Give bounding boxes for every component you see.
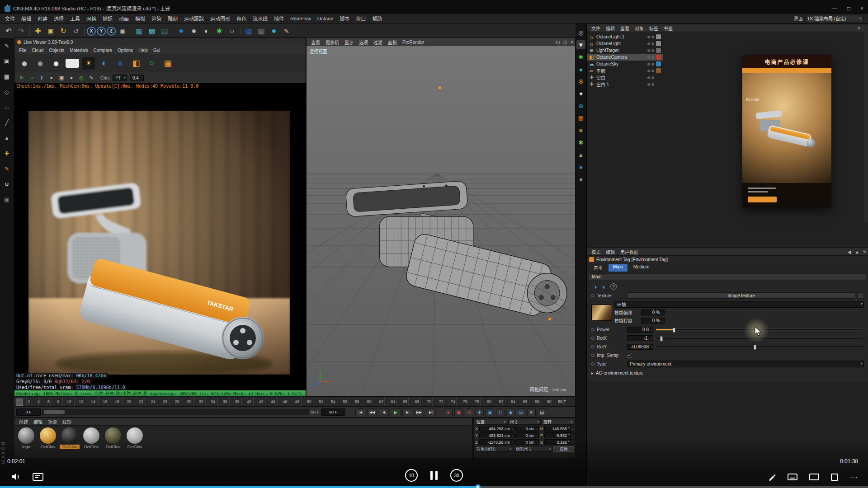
live-viewer-menu-item[interactable]: Objects	[46, 47, 67, 53]
attribute-menu-item[interactable]: 用户数据	[618, 248, 641, 256]
waffle-grid-icon[interactable]: ▦	[576, 113, 585, 122]
object-row[interactable]: ☼ OctaneLight.1	[587, 33, 663, 40]
render-start-icon[interactable]: ●	[18, 57, 31, 70]
render-queue-icon[interactable]: ▤	[159, 25, 170, 37]
gray-sphere-icon[interactable]: ●	[576, 174, 585, 183]
rotx-field[interactable]: -1.	[627, 335, 653, 341]
object-menu-item[interactable]: 标签	[646, 24, 661, 32]
environment-type-select[interactable]: Primary environment	[627, 361, 864, 367]
coord-system-icon[interactable]: ◉	[117, 25, 128, 37]
menu-item[interactable]: 文件	[2, 14, 18, 23]
menu-item[interactable]: 捕捉	[99, 14, 116, 23]
goto-start-button[interactable]: |◀	[355, 408, 365, 416]
model-mode-icon[interactable]: ▣	[2, 56, 12, 66]
visibility-dots[interactable]	[647, 63, 654, 66]
ao-section-label[interactable]: AO environment texture	[596, 371, 644, 375]
position-field[interactable]: 464.293 cm	[479, 426, 514, 432]
texture-ball-icon-2[interactable]: ◐	[601, 283, 608, 290]
viewport-corner-icon[interactable]: ×	[571, 40, 573, 45]
texture-thumbnail[interactable]	[591, 305, 612, 321]
octane-ring-icon[interactable]: ○	[226, 25, 238, 37]
object-row[interactable]: ▱ 平面	[587, 67, 663, 74]
more-options-icon[interactable]: ···	[850, 473, 858, 481]
night-sky-icon[interactable]: ●	[114, 57, 127, 70]
scale-key-toggle[interactable]: ▣	[486, 408, 494, 416]
size-header[interactable]: 尺寸	[508, 419, 541, 425]
object-tag-icon[interactable]	[656, 34, 661, 39]
dropdown-arrow-icon[interactable]: ▼	[576, 40, 585, 49]
edges-mode-icon[interactable]: ╱	[2, 117, 12, 127]
menu-item[interactable]: 插件	[271, 14, 287, 23]
ao-expand-icon[interactable]: ▸	[591, 371, 594, 375]
teal-sphere-icon[interactable]: ●	[576, 65, 585, 74]
redo-icon[interactable]: ↷	[15, 25, 27, 37]
workplane-mode-icon[interactable]: ◇	[2, 87, 12, 97]
section-header[interactable]: Main	[589, 273, 867, 280]
viewport-canvas[interactable]: 网格间距 : 100 cm	[307, 46, 575, 396]
visibility-dots[interactable]	[647, 49, 654, 52]
material-menu-item[interactable]: 编辑	[31, 418, 45, 426]
menu-item[interactable]: 动画	[116, 14, 132, 23]
snap-magnet-icon[interactable]: ∪	[2, 179, 12, 189]
live-viewer-menu-item[interactable]: Gui	[151, 47, 163, 53]
y-axis-lock-icon[interactable]: Y	[97, 27, 106, 36]
z-axis-lock-icon[interactable]: Z	[107, 27, 116, 36]
menu-item[interactable]: 工具	[67, 14, 83, 23]
pause-icon[interactable]: ‖	[38, 74, 45, 81]
viewport-menu-item[interactable]: 查看	[308, 38, 323, 46]
help-icon[interactable]: ?	[610, 283, 617, 290]
object-menu-item[interactable]: 查看	[618, 24, 632, 32]
object-tag-icon[interactable]	[656, 68, 661, 73]
blur-offset-field[interactable]: 0 %	[641, 310, 665, 315]
menu-item[interactable]: Octane	[314, 15, 336, 22]
sphere-tool-icon[interactable]: ●	[268, 25, 280, 37]
object-row[interactable]: ☼ OctaneLight	[587, 40, 663, 47]
size-field[interactable]: 0 cm	[515, 432, 539, 438]
water-drop-icon[interactable]: ●	[576, 162, 585, 171]
rotation-header[interactable]: 旋转	[542, 419, 574, 425]
importance-sampling-checkbox[interactable]: ✓	[627, 353, 632, 358]
power-field[interactable]: 0.8	[627, 327, 653, 333]
video-progress-bar[interactable]	[0, 486, 868, 488]
danmaku-toggle-icon[interactable]	[33, 473, 43, 481]
menu-item[interactable]: 运动跟踪	[181, 14, 207, 23]
object-menu-item[interactable]: 编辑	[603, 24, 618, 32]
separator[interactable]	[84, 26, 85, 36]
menu-item[interactable]: 角色	[233, 14, 250, 23]
roty-field[interactable]: -0.06938	[627, 344, 653, 350]
lock-workplane-icon[interactable]: ▣	[2, 194, 12, 204]
rewind-10-button[interactable]: 10	[405, 469, 418, 482]
attribute-tab[interactable]: Main	[609, 264, 627, 272]
menu-item[interactable]: 帮助	[369, 14, 385, 23]
make-editable-icon[interactable]: ✎	[2, 41, 12, 51]
timeline-window-button[interactable]: ▤	[538, 408, 546, 416]
menu-item[interactable]: 编辑	[18, 14, 34, 23]
position-header[interactable]: 位置	[475, 419, 507, 425]
rotate-tool-icon[interactable]: ↻	[57, 25, 69, 37]
theater-mode-icon[interactable]	[809, 474, 819, 480]
player-back-icon[interactable]: ←	[5, 1, 12, 7]
forward-30-button[interactable]: 30	[450, 469, 463, 482]
goto-end-button[interactable]: ▶|	[426, 408, 436, 416]
light-handle-dot[interactable]	[548, 318, 551, 320]
menu-item[interactable]: RealFlow	[287, 15, 314, 22]
keyboard-icon[interactable]	[788, 474, 797, 480]
attribute-corner-icon[interactable]: ◀	[848, 249, 851, 254]
menu-item[interactable]: 选择	[51, 14, 67, 23]
heart-icon[interactable]: ♥	[576, 89, 585, 98]
timeline-ruler[interactable]: 0246810121416182022242628303234363840424…	[14, 397, 576, 407]
points-mode-icon[interactable]: ∴	[2, 102, 12, 112]
reload-ring-icon[interactable]: ○	[146, 57, 158, 70]
visibility-dots[interactable]	[647, 42, 654, 45]
frame-range-slider[interactable]	[42, 409, 309, 415]
scale-tool-icon[interactable]: ▣	[45, 25, 57, 37]
window-button[interactable]: —	[832, 5, 837, 12]
window-button[interactable]: ×	[860, 5, 863, 12]
viewport-menu-item[interactable]: ProRender	[400, 39, 427, 45]
attribute-menu-item[interactable]: 模式	[589, 248, 603, 256]
rotation-field[interactable]: 148.565 °	[544, 426, 574, 432]
attribute-menu-item[interactable]: 编辑	[603, 248, 618, 256]
autokey-button[interactable]: ◉	[454, 408, 463, 416]
live-viewer-menu-item[interactable]: Materials	[67, 47, 91, 53]
object-row[interactable]: ☁ OctaneSky	[587, 61, 663, 67]
